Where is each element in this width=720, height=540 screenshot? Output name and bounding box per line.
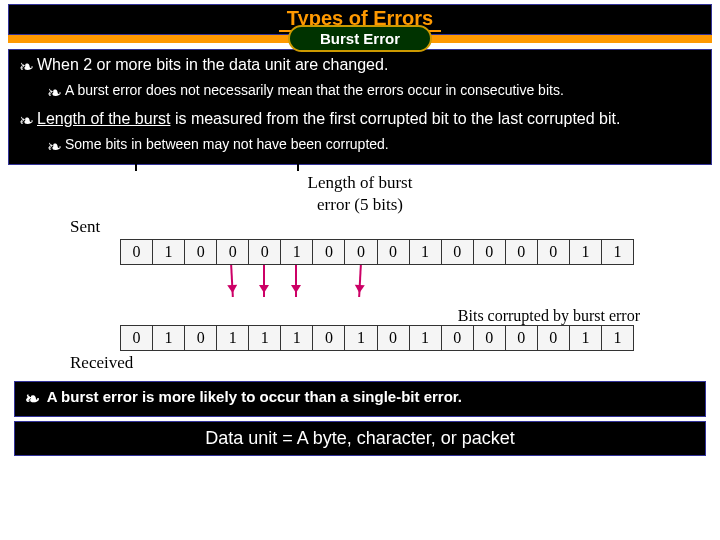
bullet-icon: ❧ [47, 82, 65, 104]
bit-cell: 0 [538, 240, 570, 264]
arrows [120, 265, 632, 305]
bit-cell: 0 [442, 326, 474, 350]
burst-diagram: Length of burst error (5 bits) Sent 0100… [40, 173, 680, 373]
arrow-icon [295, 265, 297, 297]
bullet-2: ❧Length of the burst is measured from th… [19, 110, 701, 132]
bullet-1-text: When 2 or more bits in the data unit are… [37, 56, 695, 74]
sent-label: Sent [70, 217, 680, 237]
bit-cell: 0 [185, 240, 217, 264]
bit-cell: 0 [474, 326, 506, 350]
arrow-icon [230, 265, 234, 297]
bullet-icon: ❧ [19, 110, 37, 132]
brace-icon [135, 155, 299, 171]
slide: Types of Errors Burst Error ❧When 2 or m… [0, 4, 720, 540]
bit-cell: 0 [506, 326, 538, 350]
bit-cell: 0 [378, 240, 410, 264]
bit-cell: 0 [313, 326, 345, 350]
bit-cell: 1 [153, 326, 185, 350]
bullet-icon: ❧ [25, 388, 43, 410]
bit-cell: 1 [410, 326, 442, 350]
bit-cell: 0 [249, 240, 281, 264]
bit-cell: 0 [345, 240, 377, 264]
bit-cell: 0 [538, 326, 570, 350]
bullet-1a: ❧A burst error does not necessarily mean… [47, 82, 701, 104]
bit-cell: 0 [474, 240, 506, 264]
bit-cell: 0 [506, 240, 538, 264]
content-box-1: ❧When 2 or more bits in the data unit ar… [8, 49, 712, 165]
bottom-box-2: Data unit = A byte, character, or packet [14, 421, 706, 456]
bit-cell: 1 [281, 240, 313, 264]
sent-bits-row: 0100010001000011 [120, 239, 634, 265]
brace-label-1: Length of burst [40, 173, 680, 193]
arrow-icon [263, 265, 265, 297]
bullet-icon: ❧ [47, 136, 65, 158]
bit-cell: 0 [442, 240, 474, 264]
bullet-icon: ❧ [19, 56, 37, 78]
corrupt-label: Bits corrupted by burst error [40, 307, 640, 325]
bit-cell: 1 [249, 326, 281, 350]
bottom-1-text: A burst error is more likely to occur th… [47, 388, 462, 405]
recv-label: Received [70, 353, 680, 373]
bit-cell: 0 [185, 326, 217, 350]
bit-cell: 0 [121, 326, 153, 350]
bit-cell: 1 [602, 240, 633, 264]
bit-cell: 1 [345, 326, 377, 350]
bottom-box-1: ❧ A burst error is more likely to occur … [14, 381, 706, 417]
bullet-1a-text: A burst error does not necessarily mean … [65, 82, 695, 98]
bullet-2-rest: is measured from the first corrupted bit… [170, 110, 620, 127]
subtitle: Burst Error [288, 25, 432, 52]
bit-cell: 1 [570, 240, 602, 264]
bit-cell: 0 [121, 240, 153, 264]
bit-cell: 1 [570, 326, 602, 350]
bit-cell: 0 [378, 326, 410, 350]
bullet-1: ❧When 2 or more bits in the data unit ar… [19, 56, 701, 78]
bit-cell: 1 [281, 326, 313, 350]
bit-cell: 1 [410, 240, 442, 264]
bit-cell: 0 [313, 240, 345, 264]
bullet-2a-text: Some bits in between may not have been c… [65, 136, 695, 152]
accent-band: Burst Error [8, 35, 712, 43]
recv-bits-row: 0101110101000011 [120, 325, 634, 351]
arrow-icon [358, 265, 362, 297]
bit-cell: 1 [602, 326, 633, 350]
bullet-2-text: Length of the burst is measured from the… [37, 110, 695, 128]
brace-label-2: error (5 bits) [40, 195, 680, 215]
bullet-2-underline: Length of the burst [37, 110, 170, 127]
bit-cell: 0 [217, 240, 249, 264]
bit-cell: 1 [153, 240, 185, 264]
bit-cell: 1 [217, 326, 249, 350]
